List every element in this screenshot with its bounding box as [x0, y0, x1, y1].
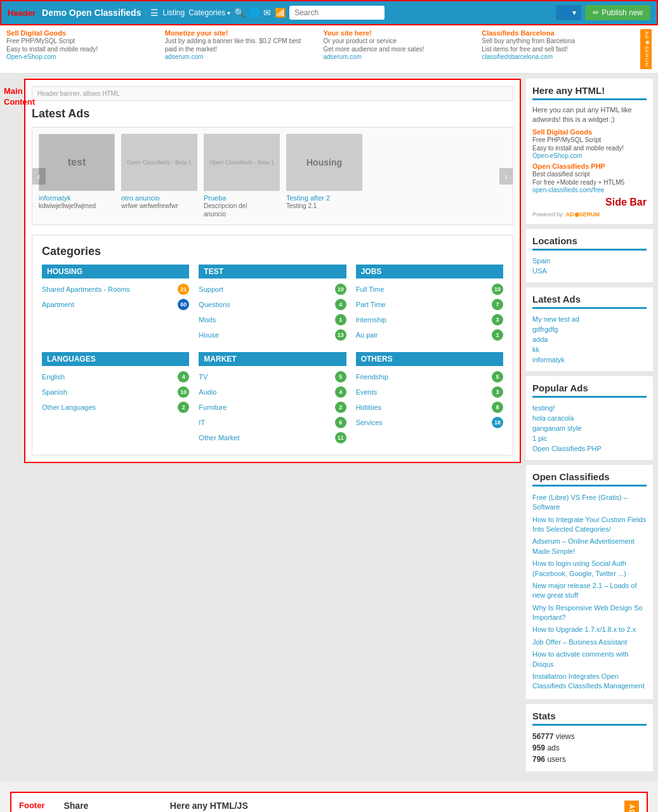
signal-icon[interactable]: 📶 — [275, 8, 286, 18]
footer: Footer Share f t ✉ 🖨 + 20 Here any HTML/… — [10, 792, 648, 812]
listing-icon: ☰ — [150, 8, 159, 18]
top-ads-bar: Sell Digital Goods Free PHP/MySQL Script… — [0, 25, 658, 74]
popular-ad-2[interactable]: hola caracola — [532, 413, 647, 423]
cat-item-english[interactable]: English 4 — [42, 369, 189, 384]
cat-item-mods[interactable]: Mods 1 — [199, 312, 346, 327]
cat-header-market: MARKET — [199, 352, 346, 366]
cat-item-services[interactable]: Services 18 — [356, 415, 503, 430]
ad-card-2: Open Classifieds - Beta 1 otro anuncio w… — [121, 134, 197, 218]
cat-item-audio[interactable]: Audio 4 — [199, 384, 346, 400]
cat-item-shared[interactable]: Shared Apartments - Rooms 21 — [42, 282, 189, 297]
cat-item-events[interactable]: Events 3 — [356, 384, 503, 400]
cat-header-jobs: JOBS — [356, 265, 503, 278]
top-ad-3-link[interactable]: adserum.com — [324, 53, 473, 60]
footer-container: Footer Share f t ✉ 🖨 + 20 Here any HTML/… — [0, 782, 658, 812]
cat-item-internship[interactable]: Internship 3 — [356, 312, 503, 327]
html-widget-desc: Here you can put any HTML like adwords! … — [532, 105, 647, 125]
sidebar-ad-2-link[interactable]: open-classifieds.com/free — [532, 187, 647, 193]
open-class-link-1[interactable]: How to Integrate Your Custom Fields Into… — [532, 514, 647, 536]
open-class-link-6[interactable]: How to Upgrade 1.7.x/1.8.x to 2.x — [532, 624, 647, 636]
open-class-link-2[interactable]: Adserum – Online Advertisement Made Simp… — [532, 535, 647, 558]
search-input[interactable] — [289, 6, 385, 20]
ad-title-4[interactable]: Testing after 2 — [286, 194, 362, 202]
latest-ad-2[interactable]: gdfrgdfg — [532, 324, 647, 334]
sidebar-ad-1-desc: Free PHP/MySQL ScriptEasy to install and… — [532, 136, 647, 152]
open-classifieds-title: Open Classifieds — [532, 471, 647, 487]
header-banner: Header banner, allows HTML — [32, 86, 513, 101]
cat-item-aupair[interactable]: Au pair 1 — [356, 327, 503, 343]
email-icon[interactable]: ✉ — [263, 8, 271, 18]
popular-ads-title: Popular Ads — [532, 383, 647, 398]
cat-item-furniture[interactable]: Furniture 2 — [199, 400, 346, 415]
top-ad-1-link[interactable]: Open-eShop.com — [6, 53, 155, 60]
ad-desc-3: Descripcion delanuncio — [204, 202, 280, 218]
carousel-prev-button[interactable]: ‹ — [32, 168, 46, 185]
share-section: Share f t ✉ 🖨 + 20 — [63, 801, 157, 812]
open-class-link-7[interactable]: Job Offer – Business Assistant — [532, 636, 647, 648]
cat-item-it[interactable]: IT 6 — [199, 415, 346, 430]
open-class-link-8[interactable]: How to activate comments with Disqus — [532, 648, 647, 671]
categories-link[interactable]: Categories ▾ — [188, 8, 230, 17]
ads-carousel: ‹ test informatyk kdwiwje9wje9wjmed Open… — [32, 127, 513, 225]
ad-desc-1: kdwiwje9wje9wjmed — [39, 202, 115, 210]
open-class-link-0[interactable]: Free (Libre) VS Free (Gratis) – Software — [532, 492, 647, 514]
search-nav-icon[interactable]: 🔍 — [234, 8, 245, 18]
cat-item-other-market[interactable]: Other Market 11 — [199, 430, 346, 445]
carousel-next-button[interactable]: › — [499, 168, 513, 185]
top-ad-4-link[interactable]: classifiedsbarcelona.com — [482, 53, 631, 60]
listing-link[interactable]: Listing — [162, 8, 185, 17]
cat-item-support[interactable]: Support 10 — [199, 282, 346, 297]
latest-ads-sidebar-title: Latest Ads — [532, 294, 647, 309]
cat-item-parttime[interactable]: Part Time 7 — [356, 297, 503, 312]
open-class-link-5[interactable]: Why Is Responsive Web Design So Importan… — [532, 602, 647, 624]
html-widget-title: Here any HTML! — [532, 85, 647, 100]
sidebar-ad-1-link[interactable]: Open-eShop.com — [532, 152, 647, 159]
globe-icon[interactable]: 🌐 — [249, 8, 260, 18]
latest-ad-4[interactable]: kk — [532, 344, 647, 355]
location-usa[interactable]: USA — [532, 266, 647, 276]
open-class-link-4[interactable]: New major release 2.1 – Loads of new gre… — [532, 580, 647, 602]
latest-ad-5[interactable]: informatyk — [532, 355, 647, 365]
publish-button[interactable]: ✏ Publish new — [585, 5, 650, 20]
open-class-link-3[interactable]: How to login using Social Auth (Facebook… — [532, 558, 647, 580]
location-spain[interactable]: Spain — [532, 256, 647, 266]
ad-card-1: test informatyk kdwiwje9wje9wjmed — [39, 134, 115, 218]
site-title: Demo Open Classifieds — [42, 8, 141, 18]
top-ad-2-link[interactable]: adserum.com — [165, 53, 314, 60]
popular-ad-5[interactable]: Open Classifieds PHP — [532, 443, 647, 454]
top-ad-2: Monetize your site! Just by adding a ban… — [165, 29, 314, 69]
ad-title-2[interactable]: otro anuncio — [121, 194, 197, 202]
user-button[interactable]: 👤 ▾ — [556, 5, 581, 20]
open-class-link-9[interactable]: Installatron Integrates Open Classifieds… — [532, 671, 647, 693]
cat-item-questions[interactable]: Questions 4 — [199, 297, 346, 312]
ad-title-1[interactable]: informatyk — [39, 194, 115, 202]
cat-header-housing: HOUSING — [42, 265, 189, 278]
latest-ad-1[interactable]: My new test ad — [532, 314, 647, 324]
stats-views: 56777 views — [532, 731, 647, 742]
top-ad-1: Sell Digital Goods Free PHP/MySQL Script… — [6, 29, 155, 69]
cat-item-spanish[interactable]: Spanish 10 — [42, 384, 189, 400]
top-ad-3-title: Your site here! — [324, 29, 473, 37]
latest-ad-3[interactable]: adda — [532, 334, 647, 344]
cat-group-market: MARKET TV 5 Audio 4 Furniture — [199, 352, 346, 445]
top-ad-4-desc: Sell buy anything from BarcelonaList ite… — [482, 37, 631, 53]
ad-title-3[interactable]: Prueba — [204, 194, 280, 202]
sidebar-ad-1-title: Sell Digital Goods — [532, 128, 647, 136]
cat-item-other-languages[interactable]: Other Languages 2 — [42, 400, 189, 415]
cat-item-hobbies[interactable]: Hobbies 8 — [356, 400, 503, 415]
popular-ad-3[interactable]: ganganam style — [532, 423, 647, 433]
popular-ad-1[interactable]: testing! — [532, 403, 647, 413]
cat-item-apartment[interactable]: Apartment 60 — [42, 297, 189, 312]
sidebar-popular-ads: Popular Ads testing! hola caracola ganga… — [526, 376, 653, 460]
top-ad-3-desc: Or your product or serviceGet more audie… — [324, 37, 473, 53]
categories-section: Categories HOUSING Shared Apartments - R… — [32, 235, 513, 455]
footer-html-section: Here any HTML/JS Open Classifieds PHP Be… — [170, 801, 612, 812]
cat-item-friendship[interactable]: Friendship 5 — [356, 369, 503, 384]
main-content-area: MainContent Header banner, allows HTML L… — [5, 79, 521, 776]
cat-item-house[interactable]: House 13 — [199, 327, 346, 343]
cat-item-tv[interactable]: TV 5 — [199, 369, 346, 384]
popular-ad-4[interactable]: 1 pic — [532, 433, 647, 443]
locations-title: Locations — [532, 235, 647, 251]
cat-header-test: TEST — [199, 265, 346, 278]
cat-item-fulltime[interactable]: Full Time 10 — [356, 282, 503, 297]
